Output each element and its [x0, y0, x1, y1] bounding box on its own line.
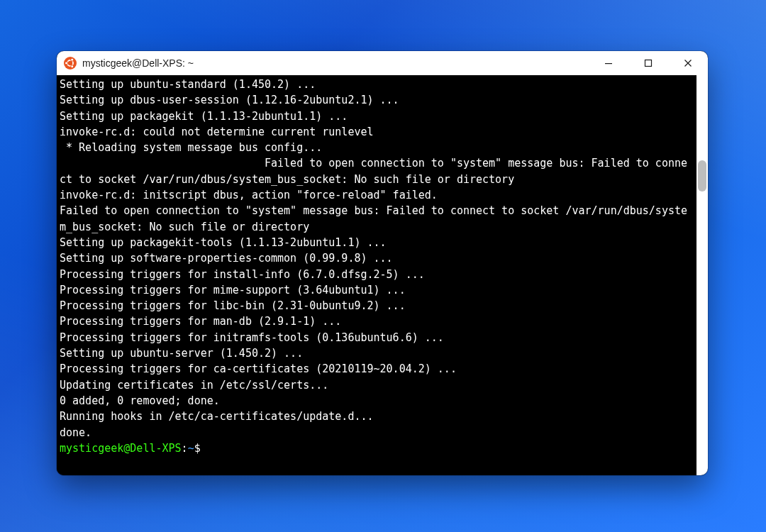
terminal-output[interactable]: Setting up ubuntu-standard (1.450.2) ...…: [57, 75, 696, 475]
svg-rect-8: [605, 63, 612, 64]
ubuntu-icon: [64, 57, 77, 70]
prompt-path: ~: [188, 442, 194, 455]
maximize-icon: [644, 59, 653, 67]
desktop-background: mysticgeek@Dell-XPS: ~: [0, 0, 766, 532]
svg-point-6: [71, 59, 73, 61]
terminal-area: Setting up ubuntu-standard (1.450.2) ...…: [57, 75, 708, 475]
prompt-line[interactable]: mysticgeek@Dell-XPS:~$: [60, 440, 694, 456]
titlebar-left: mysticgeek@Dell-XPS: ~: [57, 57, 589, 70]
window-controls: [589, 51, 708, 75]
prompt-separator: :: [182, 442, 188, 455]
window-titlebar[interactable]: mysticgeek@Dell-XPS: ~: [57, 51, 708, 75]
prompt-user-host: mysticgeek@Dell-XPS: [60, 442, 182, 455]
close-button[interactable]: [668, 51, 708, 75]
maximize-button[interactable]: [628, 51, 668, 75]
terminal-window: mysticgeek@Dell-XPS: ~: [57, 51, 708, 475]
svg-point-7: [71, 65, 73, 67]
prompt-symbol: $: [194, 442, 207, 455]
scrollbar-track[interactable]: [696, 75, 708, 475]
minimize-icon: [604, 59, 613, 67]
window-title: mysticgeek@Dell-XPS: ~: [82, 57, 194, 69]
minimize-button[interactable]: [589, 51, 628, 75]
svg-rect-9: [645, 60, 652, 67]
scrollbar-thumb[interactable]: [698, 160, 706, 192]
close-icon: [684, 59, 692, 67]
svg-point-5: [65, 62, 67, 65]
